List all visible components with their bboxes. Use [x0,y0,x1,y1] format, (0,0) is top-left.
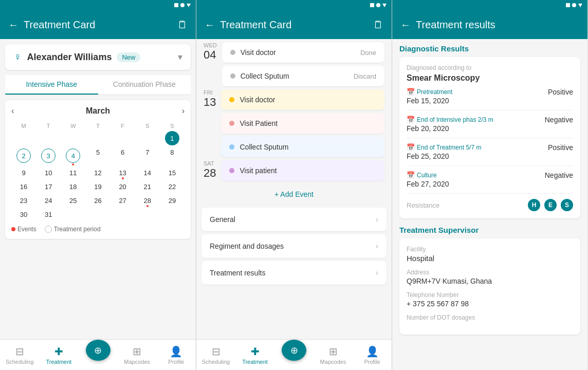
nav-fab-1[interactable]: ⊕ [78,340,117,370]
dot-dosages-field: Number of DOT dosages [407,314,573,321]
status-bar-2 [196,0,392,10]
section-general[interactable]: General › [201,208,387,231]
cal-day-8[interactable]: 8 [160,145,185,166]
status-bar-3 [392,0,587,10]
tab-intensive-phase[interactable]: Intensive Phase [5,75,98,95]
diag-result-endtreatment: Positive [548,143,573,152]
cal-day-31[interactable]: 31 [36,208,61,221]
cal-day-29[interactable]: 29 [160,194,185,208]
cal-day-5[interactable]: 5 [85,145,110,166]
address-label: Address [407,269,573,276]
supervisor-section-title: Treatment Supervisor [399,226,580,234]
section-results-arrow: › [376,268,378,278]
cal-empty [11,131,36,145]
diag-row-left-pretreatment: 📅 Pretreatment Feb 15, 2020 [407,88,548,105]
content-2: WED 04 Visit doctor Done [196,39,392,339]
diag-result-pretreatment: Positive [548,88,573,96]
legend-period-label: Treatment period [54,226,101,233]
section-results[interactable]: Treatment results › [201,261,387,285]
cal-day-6[interactable]: 6 [111,145,135,166]
header-title-2: Treatment Card [220,19,291,31]
fab-icon-2: ⊕ [290,345,298,356]
back-button-1[interactable]: ← [8,19,19,31]
cal-day-18[interactable]: 18 [61,180,85,194]
event-day-sat: SAT [204,160,216,166]
event-name-visit-fri: Visit doctor [240,96,275,104]
nav-mapcodes-1[interactable]: ⊞ Mapcodes [118,340,157,370]
fab-button-1[interactable]: ⊕ [86,340,111,361]
calendar-next-button[interactable]: › [182,106,185,116]
cal-day-1[interactable]: 1 [165,131,179,145]
tab-continuation-phase[interactable]: Continuation Phase [98,75,191,95]
day-header-mon: M [11,121,36,131]
screen-3: ← Treatment results Diagnostic Results D… [392,0,587,370]
cal-day-26[interactable]: 26 [85,194,110,208]
cal-day-16[interactable]: 16 [11,180,36,194]
cal-day-2[interactable]: 2 [16,149,31,163]
cal-day-21[interactable]: 21 [135,180,160,194]
cal-day-25[interactable]: 25 [61,194,85,208]
event-num-wed: 04 [204,48,217,62]
cal-day-20[interactable]: 20 [111,180,135,194]
back-button-3[interactable]: ← [400,19,411,31]
event-visit-patient-fri[interactable]: Visit Patient [221,113,384,134]
event-visit-patient-sat[interactable]: Visit patient [221,160,384,181]
cal-day-10[interactable]: 10 [36,166,61,180]
nav-mapcodes-2[interactable]: ⊞ Mapcodes [314,340,353,370]
cal-day-13[interactable]: 13 [111,166,135,180]
nav-profile-2[interactable]: 👤 Profile [353,340,392,370]
calendar-prev-button[interactable]: ‹ [11,106,14,116]
cal-day-28[interactable]: 28 [135,194,160,208]
cal-day-7[interactable]: 7 [135,145,160,166]
header-title-3: Treatment results [416,19,495,31]
sb-circle-2 [376,3,380,7]
cal-day-23[interactable]: 23 [11,194,36,208]
diag-date-endtreatment: Feb 25, 2020 [407,152,548,160]
event-dot-patient-sat [229,168,234,173]
back-button-2[interactable]: ← [205,19,215,31]
calendar-icon-culture: 📅 [407,171,415,179]
diag-type-pretreatment: 📅 Pretreatment [407,88,548,96]
legend-events-label: Events [17,226,36,233]
cal-day-30[interactable]: 30 [11,208,36,221]
add-event-button[interactable]: + Add Event [196,184,392,205]
nav-profile-label-2: Profile [364,359,380,365]
fab-button-2[interactable]: ⊕ [282,340,306,361]
cal-day-12[interactable]: 12 [85,166,110,180]
day-header-wed: W [61,121,85,131]
cal-day-3[interactable]: 3 [41,149,56,163]
event-collect-sputum-fri[interactable]: Collect Sputum [221,137,384,157]
diag-result-intensive: Negative [545,116,573,124]
patient-gender-icon: ♀ [13,50,22,64]
cal-day-4[interactable]: 4 [61,145,85,166]
nav-scheduling-1[interactable]: ⊟ Scheduling [0,340,39,370]
diag-row-endtreatment: 📅 End of Treatment 5/7 m Feb 25, 2020 Po… [407,143,573,166]
cal-day-27[interactable]: 27 [111,194,135,208]
treatment-icon-2: ✚ [251,345,260,358]
cal-day-19[interactable]: 19 [85,180,110,194]
nav-treatment-2[interactable]: ✚ Treatment [235,340,274,370]
event-visit-doctor-fri[interactable]: Visit doctor [221,89,384,110]
nav-profile-label-1: Profile [168,359,184,365]
nav-profile-1[interactable]: 👤 Profile [157,340,196,370]
cal-day-17[interactable]: 17 [36,180,61,194]
cal-day-24[interactable]: 24 [36,194,61,208]
mapcodes-icon-2: ⊞ [329,345,338,358]
patient-card[interactable]: ♀ Alexander Williams New ▾ [5,44,191,70]
nav-scheduling-label-1: Scheduling [6,359,33,365]
cal-day-11[interactable]: 11 [61,166,85,180]
cal-day-22[interactable]: 22 [160,180,185,194]
section-regiment[interactable]: Regiment and dosages › [201,234,387,258]
event-name-sputum-fri: Collect Sputum [240,143,288,151]
event-collect-sputum-wed[interactable]: Collect Sputum Discard [222,66,384,86]
cal-day-9[interactable]: 9 [11,166,36,180]
header-1: ← Treatment Card 🗒 [0,10,196,39]
cal-day-14[interactable]: 14 [135,166,160,180]
cal-day-15[interactable]: 15 [160,166,185,180]
nav-fab-2[interactable]: ⊕ [274,340,314,370]
event-dot-sputum-fri [229,144,234,150]
nav-treatment-1[interactable]: ✚ Treatment [39,340,78,370]
diagnostic-section-title: Diagnostic Results [399,44,580,53]
event-visit-doctor-wed[interactable]: Visit doctor Done [222,42,384,63]
nav-scheduling-2[interactable]: ⊟ Scheduling [196,340,235,370]
